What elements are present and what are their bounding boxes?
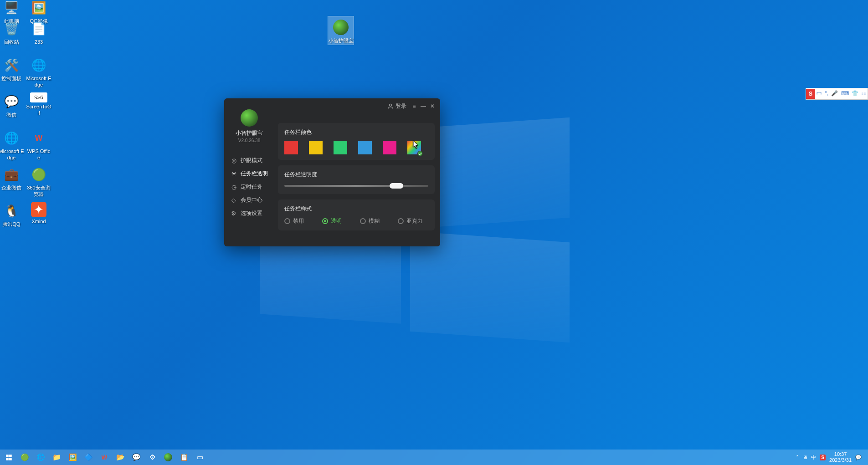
start-button[interactable] — [1, 450, 16, 464]
360-icon: 🟢 — [30, 165, 48, 184]
taskbar-app-12[interactable]: ▭ — [193, 450, 207, 464]
desktop-icon-edge2[interactable]: 🌐Microsoft Edge — [0, 129, 24, 161]
svg-rect-3 — [6, 458, 9, 460]
taskbar-app-8[interactable]: 💬 — [129, 450, 144, 464]
desktop-icon-360browser[interactable]: 🟢360安全浏览器 — [26, 165, 51, 197]
app-name: 小智护眼宝 — [224, 129, 274, 137]
desktop-icon-xiaozhi[interactable]: 小智护眼宝 — [328, 16, 354, 45]
eye-icon: ◎ — [231, 158, 237, 164]
image-icon: 🖼️ — [30, 0, 48, 17]
tray-ime-lang[interactable]: 中 — [811, 454, 816, 461]
taskbar: 🟢 🌐 📁 🖼️ 🔷 W 📂 💬 ⚙ 📋 ▭ ˄ 🖥 中 S 10:37 202… — [0, 450, 868, 465]
color-swatch-green[interactable] — [334, 141, 347, 154]
app-version: V2.0.26.38 — [224, 138, 274, 143]
panel-taskbar-opacity: 任务栏透明度 — [278, 165, 435, 194]
text-file-icon: 📄 — [30, 20, 48, 38]
desktop-icon-xmind[interactable]: ✦Xmind — [26, 202, 51, 225]
app-window: 登录 ≡ — ✕ 小智护眼宝 V2.0.26.38 ◎护眼模式 ✳任务栏透明 ◷… — [224, 98, 440, 246]
radio-acrylic[interactable]: 亚克力 — [398, 217, 423, 225]
qq-icon: 🐧 — [2, 202, 21, 220]
tray-notifications-icon[interactable]: 💬 — [855, 455, 862, 460]
tray-monitor-icon[interactable]: 🖥 — [802, 455, 807, 460]
xmind-icon: ✦ — [31, 202, 46, 217]
wps-icon: W — [30, 129, 48, 147]
desktop-icon-enterprise-wechat[interactable]: 💼企业微信 — [0, 165, 24, 191]
login-button[interactable]: 登录 — [395, 102, 406, 110]
color-swatch-blue[interactable] — [358, 141, 372, 154]
nav-taskbar-transparent[interactable]: ✳任务栏透明 — [229, 167, 274, 180]
sparkle-icon: ✳ — [231, 171, 237, 177]
wechat-icon: 💬 — [2, 92, 21, 111]
tray-sogou-icon[interactable]: S — [820, 455, 826, 460]
ime-toolbox-icon[interactable]: ⚏ — [861, 90, 866, 98]
taskbar-app-10[interactable] — [161, 450, 175, 464]
app-logo-icon — [241, 109, 258, 127]
desktop-icon-file[interactable]: 📄233 — [26, 20, 51, 45]
desktop-icon-wechat[interactable]: 💬微信 — [0, 92, 24, 118]
ime-keyboard-icon[interactable]: ⌨ — [841, 90, 849, 98]
ime-voice-icon[interactable]: 🎤 — [831, 90, 838, 98]
ime-skin-icon[interactable]: 👕 — [852, 90, 858, 98]
user-icon[interactable] — [386, 102, 395, 110]
close-button[interactable]: ✕ — [428, 102, 437, 110]
tray-clock[interactable]: 10:37 2023/3/31 — [829, 451, 852, 463]
svg-rect-1 — [6, 455, 9, 457]
svg-rect-4 — [9, 458, 12, 460]
recycle-icon: 🗑️ — [2, 20, 21, 38]
svg-point-0 — [390, 104, 392, 106]
color-swatch-custom[interactable] — [407, 141, 421, 154]
panel-title: 任务栏颜色 — [284, 128, 428, 136]
panel-title: 任务栏样式 — [284, 205, 428, 213]
taskbar-app-4[interactable]: 🖼️ — [65, 450, 80, 464]
panel-taskbar-style: 任务栏样式 禁用 透明 模糊 亚克力 — [278, 199, 435, 230]
taskbar-app-11[interactable]: 📋 — [177, 450, 191, 464]
computer-icon: 🖥️ — [2, 0, 21, 17]
slider-thumb[interactable] — [390, 183, 403, 189]
taskbar-app-9[interactable]: ⚙ — [145, 450, 159, 464]
xiaozhi-icon — [332, 18, 350, 36]
edge-icon: 🌐 — [2, 129, 21, 147]
enterprise-wechat-icon: 💼 — [2, 165, 21, 184]
opacity-slider[interactable] — [284, 183, 428, 189]
color-swatch-red[interactable] — [284, 141, 298, 154]
desktop-icon-recycle[interactable]: 🗑️回收站 — [0, 20, 24, 45]
radio-blur[interactable]: 模糊 — [360, 217, 380, 225]
taskbar-app-3[interactable]: 📁 — [49, 450, 64, 464]
minimize-button[interactable]: — — [419, 102, 427, 110]
nav-member[interactable]: ◇会员中心 — [229, 194, 274, 207]
nav-timer[interactable]: ◷定时任务 — [229, 180, 274, 194]
check-icon — [417, 151, 423, 156]
ime-lang[interactable]: 中 — [817, 90, 822, 98]
taskbar-app-2[interactable]: 🌐 — [33, 450, 48, 464]
radio-transparent[interactable]: 透明 — [322, 217, 342, 225]
taskbar-app-1[interactable]: 🟢 — [17, 450, 32, 464]
color-swatch-magenta[interactable] — [383, 141, 396, 154]
menu-icon[interactable]: ≡ — [410, 102, 418, 110]
taskbar-app-5[interactable]: 🔷 — [81, 450, 96, 464]
color-swatch-yellow[interactable] — [309, 141, 323, 154]
nav-options[interactable]: ⚙选项设置 — [229, 207, 274, 220]
panel-title: 任务栏透明度 — [284, 171, 428, 179]
clock-icon: ◷ — [231, 184, 237, 190]
ime-punct-icon[interactable]: °, — [825, 90, 828, 98]
svg-rect-2 — [9, 455, 12, 457]
gif-icon: S>G — [30, 92, 47, 102]
desktop-icon-control-panel[interactable]: 🛠️控制面板 — [0, 56, 24, 82]
desktop-icon-wps[interactable]: WWPS Office — [26, 129, 51, 161]
panel-taskbar-color: 任务栏颜色 — [278, 123, 435, 160]
control-panel-icon: 🛠️ — [2, 56, 21, 74]
edge-icon: 🌐 — [30, 56, 48, 74]
taskbar-app-6[interactable]: W — [97, 450, 112, 464]
tray-chevron-icon[interactable]: ˄ — [796, 455, 799, 460]
ime-toolbar[interactable]: S 中 °, 🎤 ⌨ 👕 ⚏ — [806, 88, 868, 100]
desktop-icon-edge[interactable]: 🌐Microsoft Edge — [26, 56, 51, 88]
desktop-icon-qq[interactable]: 🐧腾讯QQ — [0, 202, 24, 227]
desktop-icon-screentogif[interactable]: S>GScreenToGif — [26, 92, 51, 116]
radio-disable[interactable]: 禁用 — [284, 217, 304, 225]
sogou-icon[interactable]: S — [806, 89, 815, 99]
nav-eye-mode[interactable]: ◎护眼模式 — [229, 154, 274, 167]
diamond-icon: ◇ — [231, 197, 237, 204]
taskbar-app-7[interactable]: 📂 — [113, 450, 128, 464]
gear-icon: ⚙ — [231, 210, 237, 217]
